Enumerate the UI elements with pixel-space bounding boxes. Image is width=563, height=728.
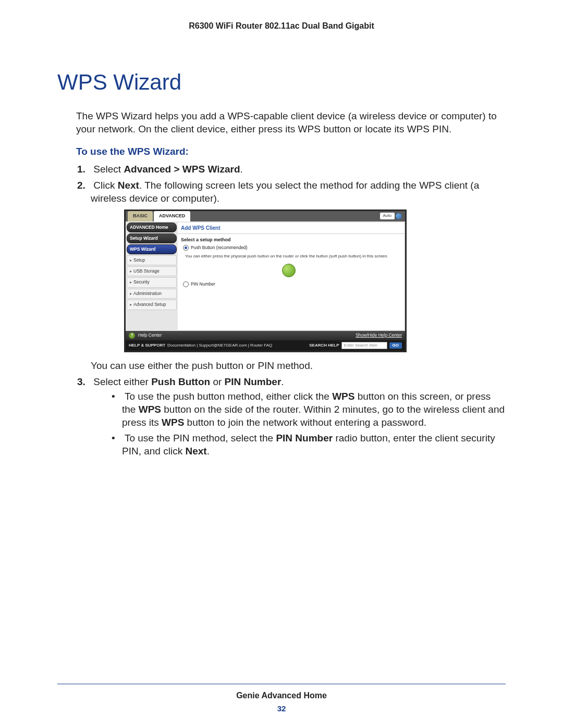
step-2: Click Next. The following screen lets yo… bbox=[91, 179, 506, 372]
radio-pin-number[interactable] bbox=[183, 281, 189, 287]
push-button-label: Push Button (recommended) bbox=[191, 245, 248, 251]
bullet-pin: To use the PIN method, select the PIN Nu… bbox=[122, 432, 506, 458]
support-links[interactable]: Documentation | Support@NETGEAR.com | Ro… bbox=[167, 343, 272, 348]
sidebar-item-setup[interactable]: ▸Setup bbox=[127, 255, 177, 265]
wps-soft-button[interactable] bbox=[282, 264, 296, 277]
push-button-note: You can either press the physical push b… bbox=[178, 252, 404, 261]
sidebar-item-advanced-setup[interactable]: ▸Advanced Setup bbox=[127, 300, 177, 310]
tab-advanced[interactable]: ADVANCED bbox=[154, 211, 190, 221]
bullet-push-button: To use the push button method, either cl… bbox=[122, 390, 506, 429]
sidebar-item-security[interactable]: ▸Security bbox=[127, 277, 177, 287]
page-number: 32 bbox=[0, 704, 563, 714]
procedure-heading: To use the WPS Wizard: bbox=[76, 145, 506, 158]
section-title: WPS Wizard bbox=[57, 68, 506, 97]
step-1: Select Advanced > WPS Wizard. bbox=[91, 163, 506, 176]
running-head: R6300 WiFi Router 802.11ac Dual Band Gig… bbox=[57, 21, 506, 32]
intro-paragraph: The WPS Wizard helps you add a WPS-capab… bbox=[57, 110, 506, 135]
after-screenshot-text: You can use either the push button or PI… bbox=[91, 360, 506, 373]
sidebar-item-usb[interactable]: ▸USB Storage bbox=[127, 266, 177, 276]
sidebar-item-advanced-home[interactable]: ADVANCED Home bbox=[127, 223, 177, 232]
sidebar-item-setup-wizard[interactable]: Setup Wizard bbox=[127, 233, 177, 243]
support-label: HELP & SUPPORT bbox=[129, 343, 165, 348]
select-method-label: Select a setup method bbox=[178, 234, 404, 244]
step-3: Select either Push Button or PIN Number.… bbox=[91, 376, 506, 458]
globe-icon bbox=[396, 213, 402, 219]
footer-title: Genie Advanced Home bbox=[0, 690, 563, 701]
tab-basic[interactable]: BASIC bbox=[128, 211, 153, 221]
radio-push-button[interactable] bbox=[183, 245, 189, 251]
panel-title: Add WPS Client bbox=[178, 223, 404, 234]
sidebar-item-administration[interactable]: ▸Administration bbox=[127, 289, 177, 299]
auto-refresh[interactable]: Auto bbox=[380, 213, 395, 219]
router-screenshot: BASIC ADVANCED Auto ADVANCED Home Setup … bbox=[124, 209, 407, 352]
search-help-label: SEARCH HELP bbox=[309, 343, 339, 348]
help-center-label: Help Center bbox=[138, 332, 162, 338]
go-button[interactable]: GO bbox=[389, 342, 402, 349]
search-help-input[interactable]: Enter Search Item bbox=[341, 342, 387, 349]
help-toggle-link[interactable]: Show/Hide Help Center bbox=[356, 332, 402, 338]
sidebar-item-wps-wizard[interactable]: WPS Wizard bbox=[127, 244, 177, 254]
footer-rule bbox=[57, 684, 506, 684]
help-icon[interactable]: ? bbox=[129, 332, 135, 339]
pin-number-label: PIN Number bbox=[191, 281, 215, 287]
